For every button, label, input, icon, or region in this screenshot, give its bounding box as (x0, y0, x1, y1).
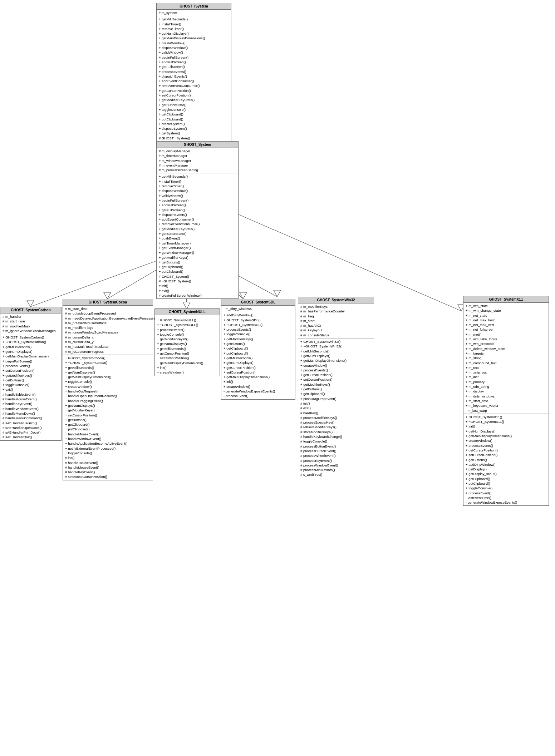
ghost-systemwin32-title: GHOST_SystemWin32 (298, 297, 374, 303)
box-ghost-systemx11: GHOST_SystemX11 + m_wm_state + m_wm_chan… (463, 296, 549, 506)
ghost-isystem-fields: # m_system (157, 10, 231, 16)
ghost-system-methods: + getMilliSeconds() + installTimer() + r… (157, 173, 238, 298)
ghost-systemcocoa-title: GHOST_SystemCocoa (63, 299, 153, 306)
box-ghost-systemnull: GHOST_SystemNULL + GHOST_SystemNULL() + … (154, 308, 220, 376)
box-ghost-system: GHOST_System # m_displayManager # m_time… (156, 141, 239, 299)
ghost-isystem-methods: + getMilliSeconds() + installTimer() + r… (157, 16, 231, 155)
ghost-systemcarbon-methods: + GHOST_SystemCarbon() + ~GHOST_SystemCa… (0, 334, 61, 440)
box-ghost-systemcocoa: GHOST_SystemCocoa # m_start_time # m_out… (63, 299, 153, 480)
svg-marker-11 (274, 290, 281, 297)
box-ghost-systemwin32: GHOST_SystemWin32 # m_modifierKeys # m_h… (298, 297, 374, 478)
ghost-systemcocoa-methods: + GHOST_SystemCocoa() + ~GHOST_SystemCoc… (63, 355, 153, 480)
ghost-systemwin32-methods: + GHOST_SystemWin32() + ~GHOST_SystemWin… (298, 339, 374, 478)
ghost-systemcocoa-fields: # m_start_time # m_outsideLoopEventProce… (63, 306, 153, 355)
diagram-container: GHOST_ISystem # m_system + getMilliSecon… (0, 0, 555, 756)
ghost-systemx11-methods: + GHOST_SystemX11() + ~GHOST_SystemX11()… (463, 414, 549, 506)
ghost-system-title: GHOST_System (157, 142, 238, 148)
ghost-systemnull-title: GHOST_SystemNULL (155, 309, 220, 315)
svg-marker-9 (240, 292, 247, 299)
svg-marker-7 (183, 302, 190, 309)
ghost-systemx11-title: GHOST_SystemX11 (463, 296, 549, 303)
box-ghost-isystem: GHOST_ISystem # m_system + getMilliSecon… (156, 3, 231, 156)
ghost-systemsdl-methods: + addDirtyWindow() + GHOST_SystemSDL() +… (221, 312, 295, 399)
svg-marker-5 (104, 292, 111, 299)
ghost-systemcarbon-fields: # m_handler # m_start_time # m_modifierM… (0, 313, 61, 334)
ghost-systemnull-methods: + GHOST_SystemNULL() + ~GHOST_SystemNULL… (155, 317, 220, 376)
ghost-systemcarbon-title: GHOST_SystemCarbon (0, 307, 61, 313)
ghost-system-fields: # m_displayManager # m_timerManager # m_… (157, 148, 238, 173)
ghost-systemwin32-fields: # m_modifierKeys # m_hasPerformanceCount… (298, 303, 374, 339)
ghost-systemsdl-fields: - m_dirty_windows (221, 306, 295, 312)
ghost-systemsdl-title: GHOST_SystemSDL (221, 299, 295, 306)
box-ghost-systemcarbon: GHOST_SystemCarbon # m_handler # m_start… (0, 307, 62, 441)
ghost-isystem-title: GHOST_ISystem (157, 3, 231, 10)
box-ghost-systemsdl: GHOST_SystemSDL - m_dirty_windows + addD… (221, 299, 295, 400)
ghost-systemx11-fields: + m_wm_state + m_wm_change_state + m_net… (463, 303, 549, 414)
svg-marker-3 (27, 300, 34, 307)
